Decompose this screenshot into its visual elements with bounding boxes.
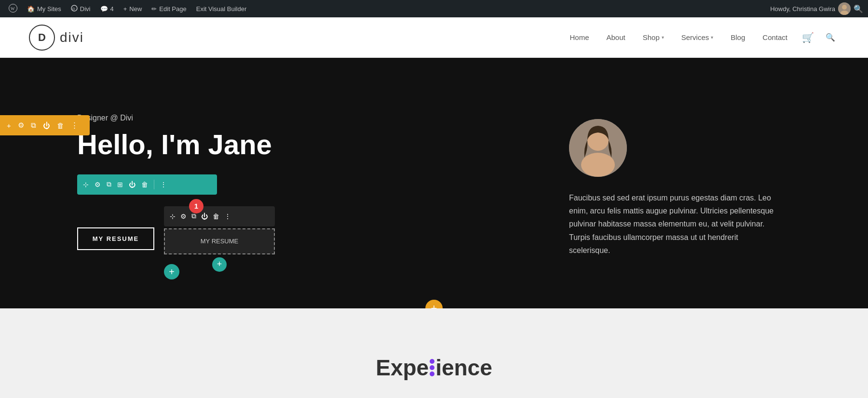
module-toolbar: ⊹ ⚙ ⧉ ⏻ 🗑 ⋮ bbox=[164, 206, 275, 226]
module-notification-badge: 1 bbox=[189, 199, 203, 213]
shop-dropdown-arrow: ▾ bbox=[662, 35, 664, 40]
nav-contact[interactable]: Contact bbox=[756, 29, 794, 45]
section-settings-btn[interactable]: ⚙ bbox=[18, 121, 24, 130]
admin-bar-right: Howdy, Christina Gwira 🔍 bbox=[770, 2, 863, 15]
row-power-btn[interactable]: ⏻ bbox=[129, 181, 136, 188]
avatar-image bbox=[569, 119, 627, 177]
nav-blog[interactable]: Blog bbox=[724, 29, 752, 45]
site-logo[interactable]: D divi bbox=[29, 25, 84, 51]
module-settings-btn[interactable]: ⚙ bbox=[180, 212, 187, 220]
admin-bar: W 🏠 My Sites D Divi 💬 4 + New ✏ Edit Pag… bbox=[0, 0, 868, 17]
row-layout-btn[interactable]: ⊞ bbox=[117, 181, 123, 188]
comment-icon: 💬 bbox=[100, 5, 108, 13]
site-nav: Home About Shop ▾ Services ▾ Blog Contac… bbox=[563, 28, 839, 47]
nav-shop[interactable]: Shop ▾ bbox=[636, 29, 671, 45]
exit-builder-btn[interactable]: Exit Visual Builder bbox=[192, 0, 251, 17]
module-toolbar-wrapper: 1 ⊹ ⚙ ⧉ ⏻ 🗑 ⋮ MY RESUME + bbox=[164, 206, 275, 272]
wp-logo[interactable]: W bbox=[5, 0, 21, 17]
row-move-btn[interactable]: ⊹ bbox=[83, 181, 89, 188]
hero-title: Hello, I'm Jane bbox=[77, 129, 550, 160]
howdy-text: Howdy, Christina Gwira bbox=[770, 5, 835, 13]
hero-section: + ⚙ ⧉ ⏻ 🗑 ⋮ Designer @ Divi Hello, I'm J… bbox=[0, 58, 868, 308]
section-add-btn[interactable]: + bbox=[7, 121, 11, 130]
sites-icon: 🏠 bbox=[27, 5, 35, 13]
section-toolbar: + ⚙ ⧉ ⏻ 🗑 ⋮ bbox=[0, 115, 90, 135]
row-toolbar: ⊹ ⚙ ⧉ ⊞ ⏻ 🗑 ⋮ bbox=[77, 174, 217, 195]
module-trash-btn[interactable]: 🗑 bbox=[213, 212, 219, 220]
row-settings-btn[interactable]: ⚙ bbox=[95, 181, 101, 188]
section-power-btn[interactable]: ⏻ bbox=[43, 121, 50, 130]
avatar[interactable] bbox=[838, 2, 851, 15]
section-trash-btn[interactable]: 🗑 bbox=[57, 121, 64, 130]
nav-about[interactable]: About bbox=[599, 29, 632, 45]
row-trash-btn[interactable]: 🗑 bbox=[141, 181, 148, 188]
comments-menu[interactable]: 💬 4 bbox=[96, 0, 118, 17]
logo-text: divi bbox=[60, 30, 84, 45]
hero-subtitle: Designer @ Divi bbox=[77, 114, 550, 122]
row-toolbar-separator bbox=[154, 180, 154, 189]
hero-right: Faucibus sed sed erat ipsum purus egesta… bbox=[550, 96, 791, 279]
edit-page-btn[interactable]: ✏ Edit Page bbox=[148, 0, 190, 17]
svg-text:D: D bbox=[72, 7, 75, 11]
nav-home[interactable]: Home bbox=[563, 29, 596, 45]
divi-menu[interactable]: D Divi bbox=[67, 0, 95, 17]
nav-services[interactable]: Services ▾ bbox=[675, 29, 720, 45]
module-move-btn[interactable]: ⊹ bbox=[170, 212, 176, 220]
new-content-menu[interactable]: + New bbox=[120, 0, 146, 17]
svg-point-5 bbox=[842, 5, 847, 10]
nav-search-icon[interactable]: 🔍 bbox=[822, 29, 839, 46]
wp-icon: W bbox=[9, 4, 17, 14]
module-duplicate-btn[interactable]: ⧉ bbox=[191, 212, 196, 220]
experience-title: Expe ience bbox=[376, 355, 492, 381]
module-more-btn[interactable]: ⋮ bbox=[224, 212, 231, 220]
cart-icon[interactable]: 🛒 bbox=[798, 28, 818, 47]
services-dropdown-arrow: ▾ bbox=[711, 35, 713, 40]
hero-left: Designer @ Divi Hello, I'm Jane ⊹ ⚙ ⧉ ⊞ … bbox=[77, 96, 550, 279]
section-below: Expe ience bbox=[0, 308, 868, 398]
svg-text:W: W bbox=[11, 6, 15, 11]
divi-icon: D bbox=[71, 5, 78, 13]
my-sites-menu[interactable]: 🏠 My Sites bbox=[23, 0, 65, 17]
plus-icon: + bbox=[123, 5, 127, 13]
resume-button[interactable]: MY RESUME bbox=[77, 227, 154, 250]
row-more-btn[interactable]: ⋮ bbox=[160, 181, 167, 188]
section-more-btn[interactable]: ⋮ bbox=[71, 121, 78, 130]
row-duplicate-btn[interactable]: ⧉ bbox=[107, 180, 111, 188]
module-placeholder: MY RESUME bbox=[164, 228, 275, 254]
section-duplicate-btn[interactable]: ⧉ bbox=[31, 121, 36, 130]
site-header: D divi Home About Shop ▾ Services ▾ Blog… bbox=[0, 17, 868, 58]
svg-point-9 bbox=[581, 153, 615, 177]
search-icon[interactable]: 🔍 bbox=[854, 4, 863, 13]
module-add-btn[interactable]: + bbox=[212, 257, 227, 272]
pencil-icon: ✏ bbox=[151, 5, 157, 13]
logo-circle: D bbox=[29, 25, 55, 51]
hero-body-text: Faucibus sed sed erat ipsum purus egesta… bbox=[569, 191, 781, 257]
module-power-btn[interactable]: ⏻ bbox=[201, 212, 208, 220]
